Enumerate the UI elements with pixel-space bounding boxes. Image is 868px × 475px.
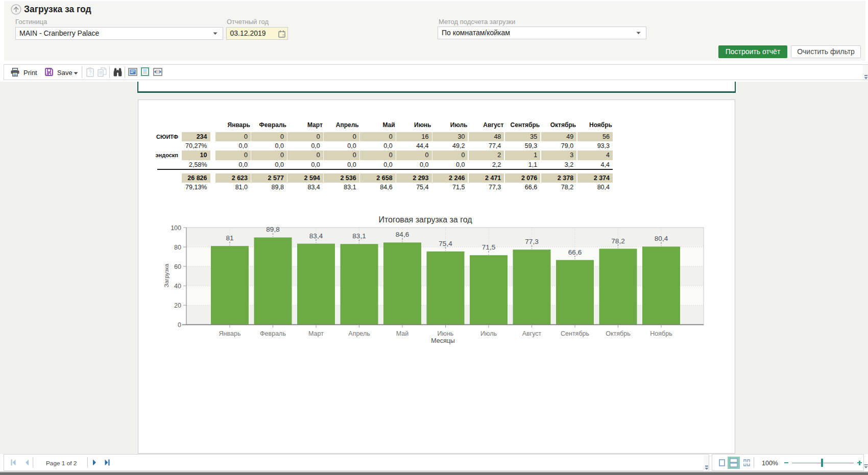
- svg-text:Июнь: Июнь: [438, 330, 454, 337]
- svg-text:Февраль: Февраль: [260, 330, 286, 337]
- svg-text:0: 0: [178, 321, 181, 329]
- svg-text:81: 81: [226, 234, 233, 242]
- svg-text:89,8: 89,8: [266, 226, 279, 233]
- svg-text:Сентябрь: Сентябрь: [561, 330, 589, 337]
- svg-text:60: 60: [174, 263, 181, 270]
- svg-text:Август: Август: [522, 330, 542, 337]
- svg-text:83,4: 83,4: [309, 232, 323, 240]
- svg-text:Октябрь: Октябрь: [606, 330, 630, 337]
- svg-text:80,4: 80,4: [655, 235, 668, 242]
- svg-text:71,5: 71,5: [482, 243, 495, 251]
- svg-text:Апрель: Апрель: [348, 330, 370, 337]
- svg-text:Загрузка: Загрузка: [163, 263, 170, 287]
- svg-text:20: 20: [174, 302, 181, 309]
- svg-text:Итоговая загрузка за год: Итоговая загрузка за год: [378, 215, 472, 224]
- svg-text:66,6: 66,6: [568, 248, 582, 256]
- svg-text:84,6: 84,6: [396, 231, 409, 238]
- svg-text:Май: Май: [396, 330, 409, 337]
- svg-text:77,3: 77,3: [525, 238, 538, 245]
- svg-text:75,4: 75,4: [439, 240, 452, 247]
- svg-text:Месяцы: Месяцы: [431, 337, 455, 344]
- svg-text:Январь: Январь: [219, 330, 241, 337]
- svg-text:80: 80: [174, 244, 181, 251]
- svg-text:100: 100: [171, 224, 181, 232]
- svg-text:40: 40: [174, 283, 181, 290]
- svg-text:78,2: 78,2: [611, 237, 624, 245]
- svg-text:7: 7: [282, 33, 284, 38]
- svg-text:Июль: Июль: [480, 330, 497, 337]
- svg-text:Март: Март: [308, 330, 324, 337]
- svg-text:?: ?: [89, 70, 92, 76]
- svg-text:83,1: 83,1: [352, 232, 366, 240]
- svg-text:Ноябрь: Ноябрь: [650, 330, 672, 337]
